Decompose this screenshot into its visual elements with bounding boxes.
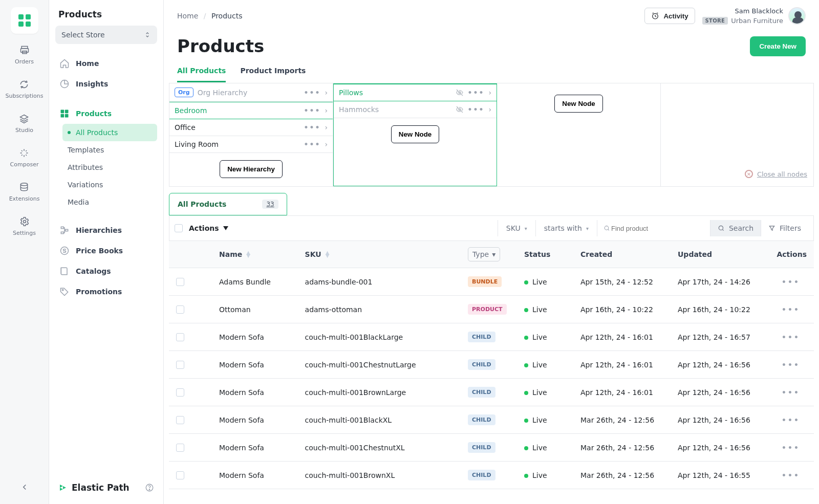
sidebar-item-attributes[interactable]: Attributes xyxy=(62,159,157,176)
col-name[interactable]: Name xyxy=(219,250,242,258)
sort-icon[interactable]: ▲▼ xyxy=(326,251,330,257)
sidebar-item-catalogs[interactable]: Catalogs xyxy=(55,261,157,281)
more-icon[interactable]: ••• xyxy=(304,123,321,132)
row-checkbox[interactable] xyxy=(176,416,184,424)
hierarchy-row[interactable]: Office•••› xyxy=(169,119,333,136)
more-icon[interactable]: ••• xyxy=(304,140,321,148)
filter-op-dropdown[interactable]: starts with▾ xyxy=(536,220,597,236)
new-hierarchy-button[interactable]: New Hierarchy xyxy=(220,160,283,178)
hierarchy-row[interactable]: Hammocks•••› xyxy=(334,101,497,118)
help-icon[interactable] xyxy=(145,483,154,492)
table-row[interactable]: Modern Sofacouch-multi-001BrownXLCHILDLi… xyxy=(169,462,814,489)
new-node-button[interactable]: New Node xyxy=(391,125,439,143)
sidebar-item-media[interactable]: Media xyxy=(62,193,157,211)
tab-all-products[interactable]: All Products xyxy=(177,61,226,82)
table-row[interactable]: Modern Sofacouch-multi-001ChestnutXLCHIL… xyxy=(169,434,814,462)
brand-logo[interactable] xyxy=(11,7,38,34)
breadcrumb-home[interactable]: Home xyxy=(177,12,198,20)
row-checkbox[interactable] xyxy=(176,305,184,314)
hierarchy-row[interactable]: OrgOrg Hierarchy•••› xyxy=(169,83,333,102)
sort-icon[interactable]: ▲▼ xyxy=(246,251,250,257)
row-actions-menu[interactable]: ••• xyxy=(782,388,800,397)
row-checkbox[interactable] xyxy=(176,333,184,341)
type-badge: CHILD xyxy=(468,359,495,370)
eye-off-icon[interactable] xyxy=(456,89,464,97)
search-input[interactable] xyxy=(610,224,704,233)
sidebar-item-label: Home xyxy=(76,59,99,68)
more-icon[interactable]: ••• xyxy=(468,105,485,114)
filters-button[interactable]: Filters xyxy=(761,220,808,236)
hierarchy-row[interactable]: Living Room•••› xyxy=(169,136,333,153)
sidebar-item-promotions[interactable]: Promotions xyxy=(55,281,157,302)
sidebar-item-label: Promotions xyxy=(76,288,122,296)
row-actions-menu[interactable]: ••• xyxy=(782,444,800,452)
row-actions-menu[interactable]: ••• xyxy=(782,361,800,369)
col-created[interactable]: Created xyxy=(580,250,612,258)
type-filter-dropdown[interactable]: Type▾ xyxy=(468,247,500,261)
rail-item-label: Subscriptions xyxy=(5,93,43,99)
row-actions-menu[interactable]: ••• xyxy=(782,278,800,286)
table-row[interactable]: Ottomanadams-ottomanPRODUCTLiveApr 16th,… xyxy=(169,296,814,323)
sidebar-item-insights[interactable]: Insights xyxy=(55,74,157,94)
sidebar-item-products[interactable]: Products xyxy=(55,103,157,124)
sidebar-item-variations[interactable]: Variations xyxy=(62,176,157,193)
row-checkbox[interactable] xyxy=(176,278,184,286)
cell-updated: Apr 12th, 24 - 16:56 xyxy=(671,351,768,379)
bulk-actions-dropdown[interactable]: Actions xyxy=(189,224,228,232)
table-row[interactable]: Modern Sofacouch-multi-001ChestnutLargeC… xyxy=(169,351,814,379)
rail-item-orders[interactable]: Orders xyxy=(15,45,34,65)
store-selector[interactable]: Select Store xyxy=(55,26,157,44)
cell-created: Mar 26th, 24 - 12:56 xyxy=(573,406,671,434)
new-node-button[interactable]: New Node xyxy=(554,95,602,113)
cell-sku: couch-multi-001ChestnutLarge xyxy=(298,351,461,379)
row-checkbox[interactable] xyxy=(176,388,184,397)
row-checkbox[interactable] xyxy=(176,444,184,452)
tab-product-imports[interactable]: Product Imports xyxy=(240,61,306,82)
row-checkbox[interactable] xyxy=(176,471,184,479)
more-icon[interactable]: ••• xyxy=(468,89,485,97)
activity-button[interactable]: Activity xyxy=(644,8,695,24)
row-actions-menu[interactable]: ••• xyxy=(782,471,800,479)
rail-collapse[interactable] xyxy=(20,483,29,492)
more-icon[interactable]: ••• xyxy=(304,89,321,97)
hierarchy-column-3: New Node xyxy=(497,83,661,186)
sidebar-item-home[interactable]: Home xyxy=(55,53,157,74)
table-row[interactable]: Modern Sofacouch-multi-001BlackXLCHILDLi… xyxy=(169,406,814,434)
cell-status: Live xyxy=(517,406,573,434)
select-all-checkbox[interactable] xyxy=(175,224,183,232)
sidebar-item-hierarchies[interactable]: Hierarchies xyxy=(55,220,157,240)
hierarchy-label: Org Hierarchy xyxy=(198,89,300,97)
status-dot-icon xyxy=(524,419,528,423)
table-row[interactable]: Adams Bundleadams-bundle-001BUNDLELiveAp… xyxy=(169,268,814,296)
sidebar-item-price-books[interactable]: Price Books xyxy=(55,240,157,261)
filter-field-dropdown[interactable]: SKU▾ xyxy=(498,220,536,236)
rail-item-settings[interactable]: Settings xyxy=(13,216,36,236)
rail-item-subscriptions[interactable]: Subscriptions xyxy=(5,79,43,99)
hierarchy-row[interactable]: Pillows•••› xyxy=(334,84,497,101)
rail-item-extensions[interactable]: Extensions xyxy=(9,182,40,202)
row-checkbox[interactable] xyxy=(176,361,184,369)
user-menu[interactable]: Sam Blacklock STORE Urban Furniture xyxy=(702,7,806,25)
close-all-nodes[interactable]: ✕ Close all nodes xyxy=(739,167,813,181)
eye-off-icon[interactable] xyxy=(456,105,464,114)
row-actions-menu[interactable]: ••• xyxy=(782,333,800,341)
col-status[interactable]: Status xyxy=(524,250,550,258)
chevron-right-icon: › xyxy=(325,106,328,115)
sidebar-item-label: Catalogs xyxy=(76,267,111,275)
search-button[interactable]: Search xyxy=(710,220,761,236)
row-actions-menu[interactable]: ••• xyxy=(782,305,800,314)
more-icon[interactable]: ••• xyxy=(304,106,321,115)
col-sku[interactable]: SKU xyxy=(305,250,321,258)
sidebar-item-templates[interactable]: Templates xyxy=(62,141,157,159)
subtab-all-products[interactable]: All Products 33 xyxy=(169,193,287,215)
table-row[interactable]: Modern Sofacouch-multi-001BrownLargeCHIL… xyxy=(169,379,814,406)
row-actions-menu[interactable]: ••• xyxy=(782,416,800,424)
table-row[interactable]: Modern Sofacouch-multi-001BlackLargeCHIL… xyxy=(169,323,814,351)
hierarchy-row[interactable]: Bedroom•••› xyxy=(169,102,333,119)
create-new-button[interactable]: Create New xyxy=(750,36,806,56)
sidebar-item-all-products[interactable]: All Products xyxy=(62,124,157,141)
rail-item-studio[interactable]: Studio xyxy=(15,114,33,134)
hierarchy-board: OrgOrg Hierarchy•••›Bedroom•••›Office•••… xyxy=(169,83,814,187)
col-updated[interactable]: Updated xyxy=(678,250,712,258)
rail-item-composer[interactable]: Composer xyxy=(10,148,39,168)
